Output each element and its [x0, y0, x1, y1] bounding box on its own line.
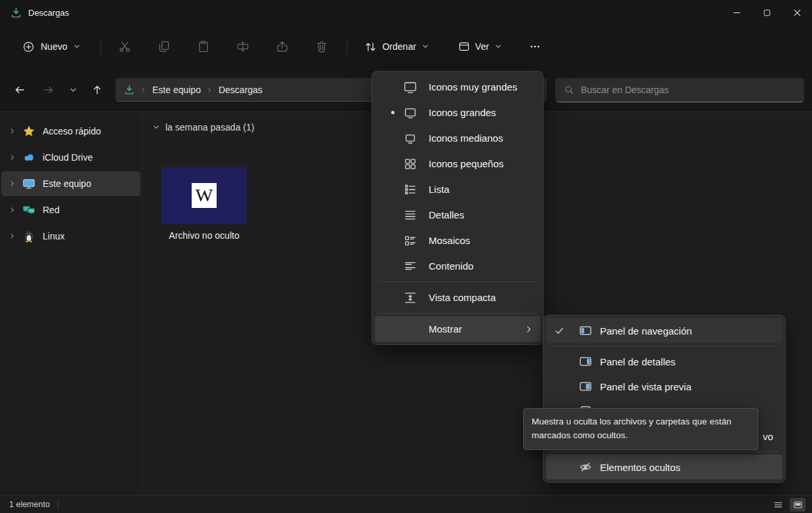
details-view-icon — [773, 500, 783, 510]
view-menu: Iconos muy grandes Iconos grandes Iconos… — [372, 71, 544, 345]
trash-icon — [315, 40, 328, 53]
breadcrumb-descargas[interactable]: Descargas — [219, 85, 263, 95]
submenu-item-elementos-ocultos[interactable]: Elementos ocultos — [546, 455, 782, 480]
view-window-icon — [458, 41, 470, 52]
panel-preview-icon — [578, 380, 593, 393]
minimize-icon — [731, 7, 743, 19]
arrow-right-icon — [43, 84, 54, 96]
sidebar-item-label: Acceso rápido — [43, 126, 101, 136]
back-button[interactable] — [8, 78, 32, 102]
minimize-button[interactable] — [721, 0, 752, 25]
chevron-down-icon — [73, 43, 81, 51]
menu-separator — [379, 281, 536, 282]
collapse-chevron-icon[interactable] — [152, 123, 160, 131]
breadcrumb-este-equipo[interactable]: Este equipo — [152, 85, 201, 95]
sort-button[interactable]: Ordenar — [358, 35, 435, 59]
details-view-toggle[interactable] — [770, 498, 786, 512]
grid-small-icon — [404, 157, 417, 171]
view-button[interactable]: Ver — [452, 35, 509, 58]
share-icon — [276, 40, 289, 53]
menu-item-iconos-muy-grandes[interactable]: Iconos muy grandes — [375, 74, 540, 100]
copy-button[interactable] — [150, 34, 179, 59]
wikipedia-w-logo: W — [192, 183, 217, 208]
toolbar-separator — [100, 39, 101, 54]
clipboard-icon — [197, 40, 210, 53]
up-button[interactable] — [85, 78, 109, 102]
arrow-left-icon — [14, 84, 26, 96]
menu-separator — [550, 346, 779, 346]
details-lines-icon — [404, 209, 417, 222]
chevron-right-icon[interactable] — [7, 127, 18, 135]
chevron-right-icon[interactable] — [7, 154, 18, 161]
file-item[interactable]: W Archivo no oculto — [160, 167, 248, 241]
submenu-item-panel-navegacion[interactable]: Panel de navegación — [546, 318, 782, 343]
navigation-pane: Acceso rápido iCloud Drive Este equipo R… — [0, 112, 142, 495]
delete-button[interactable] — [307, 34, 336, 59]
window-controls — [721, 0, 812, 25]
chevron-right-icon[interactable] — [7, 232, 18, 240]
rename-button[interactable] — [228, 34, 257, 59]
scissors-icon — [118, 40, 131, 53]
ellipsis-icon — [529, 41, 541, 52]
file-name-label: Archivo no oculto — [160, 230, 248, 241]
statusbar-view-toggles — [770, 498, 805, 512]
menu-item-iconos-grandes[interactable]: Iconos grandes — [375, 100, 540, 125]
maximize-button[interactable] — [752, 0, 782, 25]
plus-circle-icon — [22, 41, 35, 53]
menu-item-iconos-medianos[interactable]: Iconos medianos — [375, 125, 540, 151]
sidebar-item-label: Este equipo — [43, 178, 91, 189]
sidebar-item-este-equipo[interactable]: Este equipo — [1, 171, 140, 196]
more-options-button[interactable] — [522, 34, 548, 59]
toolbar-separator — [347, 39, 347, 54]
display-xl-icon — [404, 81, 417, 94]
menu-item-lista[interactable]: Lista — [375, 176, 540, 202]
menu-item-detalles[interactable]: Detalles — [375, 202, 540, 228]
submenu-item-panel-vista-previa[interactable]: Panel de vista previa — [546, 374, 782, 399]
cloud-icon — [22, 151, 35, 164]
chevron-right-icon[interactable] — [7, 180, 18, 188]
compact-view-icon — [404, 291, 417, 304]
titlebar: Descargas — [0, 0, 812, 25]
menu-separator — [379, 313, 536, 314]
sort-button-label: Ordenar — [382, 41, 416, 52]
group-header-label: la semana pasada (1) — [165, 122, 254, 133]
sidebar-item-acceso-rapido[interactable]: Acceso rápido — [1, 119, 140, 144]
content-rows-icon — [404, 260, 417, 273]
submenu-item-panel-detalles[interactable]: Panel de detalles — [546, 349, 782, 374]
menu-item-vista-compacta[interactable]: Vista compacta — [375, 285, 540, 310]
breadcrumb-chevron-icon — [206, 87, 213, 94]
new-button[interactable]: Nuevo — [14, 35, 89, 59]
check-icon — [550, 325, 568, 336]
new-button-label: Nuevo — [41, 41, 67, 52]
network-icon — [22, 203, 35, 216]
cut-button[interactable] — [110, 34, 139, 59]
downloads-folder-icon — [124, 85, 135, 95]
sidebar-item-linux[interactable]: Linux — [1, 224, 140, 249]
chevron-right-icon — [524, 325, 534, 334]
search-input[interactable] — [581, 85, 796, 95]
menu-item-contenido[interactable]: Contenido — [375, 253, 540, 279]
sidebar-item-red[interactable]: Red — [1, 197, 140, 222]
share-button[interactable] — [268, 34, 297, 59]
sidebar-item-label: Red — [43, 205, 60, 215]
paste-button[interactable] — [189, 34, 218, 59]
display-md-icon — [404, 132, 417, 145]
recent-locations-button[interactable] — [63, 78, 83, 102]
sidebar-item-icloud-drive[interactable]: iCloud Drive — [1, 145, 140, 170]
list-icon — [404, 183, 417, 196]
forward-button[interactable] — [37, 78, 60, 102]
chevron-right-icon[interactable] — [7, 206, 18, 214]
sort-arrows-icon — [364, 41, 377, 53]
chevron-down-icon — [494, 43, 502, 51]
chevron-down-icon — [69, 86, 77, 94]
menu-item-mostrar[interactable]: Mostrar — [375, 316, 540, 342]
chevron-down-icon — [421, 43, 429, 51]
penguin-icon — [22, 230, 35, 243]
close-icon — [791, 7, 803, 19]
eye-hidden-icon — [578, 461, 593, 474]
menu-item-iconos-pequenos[interactable]: Iconos pequeños — [375, 151, 540, 176]
tooltip-text: Muestra u oculta los archivos y carpetas… — [532, 417, 731, 440]
close-button[interactable] — [782, 0, 812, 25]
menu-item-mosaicos[interactable]: Mosaicos — [375, 228, 540, 253]
thumbnail-view-toggle[interactable] — [790, 498, 805, 512]
